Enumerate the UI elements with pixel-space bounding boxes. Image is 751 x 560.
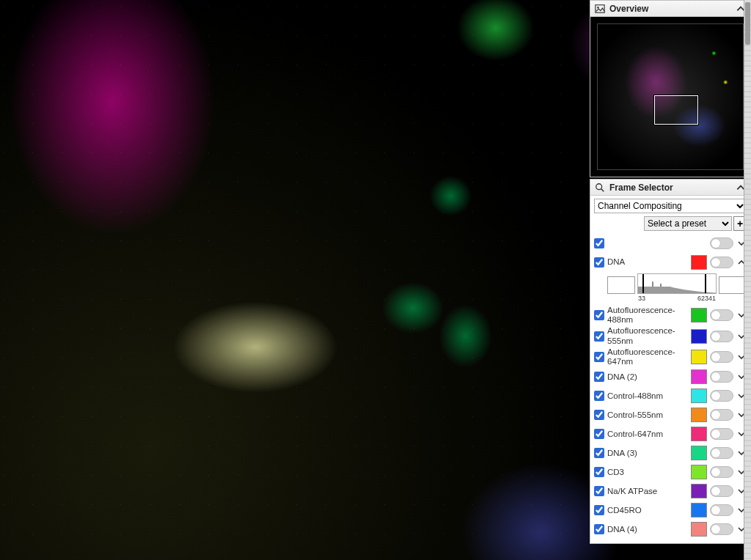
channel-toggle[interactable] (710, 351, 733, 363)
channel-label: DNA (2) (607, 372, 688, 382)
channel-checkbox[interactable] (594, 372, 604, 382)
channel-checkbox[interactable] (594, 410, 604, 420)
channel-checkbox[interactable] (594, 257, 604, 268)
channel-label: CD3 (607, 468, 688, 477)
channel-toggle[interactable] (710, 466, 733, 478)
overview-body[interactable] (590, 17, 750, 177)
channel-row: DNA (3) (594, 443, 747, 463)
channel-toggle[interactable] (710, 447, 733, 459)
channel-color-swatch[interactable] (691, 427, 707, 441)
master-checkbox[interactable] (594, 238, 604, 248)
channel-color-swatch[interactable] (691, 446, 707, 460)
channel-checkbox[interactable] (594, 486, 604, 496)
channel-color-swatch[interactable] (691, 522, 707, 537)
channel-label: CD45RO (607, 506, 688, 515)
channel-color-swatch[interactable] (691, 388, 707, 403)
channel-label: DNA (3) (607, 449, 688, 458)
channel-label: Na/K ATPase (607, 487, 688, 496)
channel-color-swatch[interactable] (691, 329, 707, 344)
histogram-high-input[interactable] (719, 276, 747, 294)
frame-selector-body: Channel Compositing Select a preset + DN… (590, 196, 750, 543)
channel-checkbox[interactable] (594, 429, 604, 439)
preset-select[interactable]: Select a preset (644, 216, 732, 231)
svg-point-2 (596, 183, 602, 189)
histogram-range-labels: 3362341 (594, 295, 747, 302)
channel-checkbox[interactable] (594, 310, 604, 320)
channel-row: DNA (594, 253, 747, 272)
channel-label: Control-647nm (607, 430, 688, 439)
histogram-low-input[interactable] (607, 276, 635, 294)
svg-line-3 (601, 188, 604, 191)
scrollbar-thumb[interactable] (745, 2, 750, 45)
channel-toggle[interactable] (710, 331, 733, 342)
channel-row: Control-488nm (594, 386, 747, 405)
svg-point-1 (597, 7, 598, 8)
master-toggle[interactable] (710, 237, 733, 249)
channel-checkbox[interactable] (594, 505, 604, 515)
channel-toggle[interactable] (710, 309, 733, 321)
channel-toggle[interactable] (710, 504, 733, 516)
search-icon (595, 183, 605, 193)
channel-checkbox[interactable] (594, 331, 604, 342)
channel-row: Na/K ATPase (594, 482, 747, 501)
channel-row: Autofluorescence-647nm (594, 347, 747, 367)
channel-color-swatch[interactable] (691, 350, 707, 364)
histogram[interactable] (637, 273, 717, 294)
channel-color-swatch[interactable] (691, 484, 707, 498)
histogram-low-label: 33 (638, 295, 645, 302)
channel-checkbox[interactable] (594, 352, 604, 362)
channel-row: Control-647nm (594, 424, 747, 443)
channel-checkbox[interactable] (594, 467, 604, 477)
channel-histogram (594, 272, 747, 294)
channel-checkbox[interactable] (594, 524, 604, 534)
overview-header[interactable]: Overview (590, 1, 750, 17)
channel-list: DNA3362341Autofluorescence-488nmAutofluo… (594, 253, 747, 539)
channel-row: Autofluorescence-555nm (594, 325, 747, 346)
histogram-high-label: 62341 (697, 295, 716, 302)
frame-selector-title: Frame Selector (609, 183, 673, 193)
channel-toggle[interactable] (710, 390, 733, 402)
channel-checkbox[interactable] (594, 391, 604, 401)
channel-checkbox[interactable] (594, 448, 604, 458)
overview-roi[interactable] (653, 95, 699, 125)
overview-thumbnail[interactable] (597, 23, 744, 170)
channel-row: Control-555nm (594, 405, 747, 424)
frame-selector-panel: Frame Selector Channel Compositing Selec… (590, 179, 751, 544)
channel-color-swatch[interactable] (691, 465, 707, 479)
channel-color-swatch[interactable] (691, 369, 707, 384)
channel-row: DNA (2) (594, 367, 747, 386)
channel-toggle[interactable] (710, 523, 733, 535)
channel-label: DNA (4) (607, 525, 688, 534)
channel-color-swatch[interactable] (691, 503, 707, 517)
channel-toggle[interactable] (710, 485, 733, 497)
compositing-mode-select[interactable]: Channel Compositing (594, 199, 747, 213)
side-panels: Overview Frame Selector Channel Composit… (590, 0, 751, 545)
channel-label: DNA (607, 257, 688, 267)
master-channel-row (594, 234, 747, 253)
overview-title: Overview (609, 4, 648, 14)
vertical-scrollbar[interactable] (744, 0, 751, 560)
image-icon (595, 4, 605, 14)
channel-label: Control-555nm (607, 410, 688, 420)
channel-toggle[interactable] (710, 371, 733, 383)
channel-label: Autofluorescence-488nm (607, 306, 688, 325)
channel-row: CD3 (594, 463, 747, 482)
channel-toggle[interactable] (710, 409, 733, 421)
channel-toggle[interactable] (710, 428, 733, 440)
channel-label: Autofluorescence-647nm (607, 347, 688, 366)
channel-row: CD45RO (594, 501, 747, 520)
channel-row: DNA (4) (594, 520, 747, 539)
channel-label: Control-488nm (607, 391, 688, 401)
channel-toggle[interactable] (710, 257, 733, 268)
channel-row: Autofluorescence-488nm (594, 305, 747, 325)
channel-label: Autofluorescence-555nm (607, 326, 688, 345)
frame-selector-header[interactable]: Frame Selector (590, 180, 750, 196)
channel-color-swatch[interactable] (691, 308, 707, 323)
overview-panel: Overview (590, 0, 751, 177)
channel-color-swatch[interactable] (691, 408, 707, 422)
channel-color-swatch[interactable] (691, 255, 707, 270)
